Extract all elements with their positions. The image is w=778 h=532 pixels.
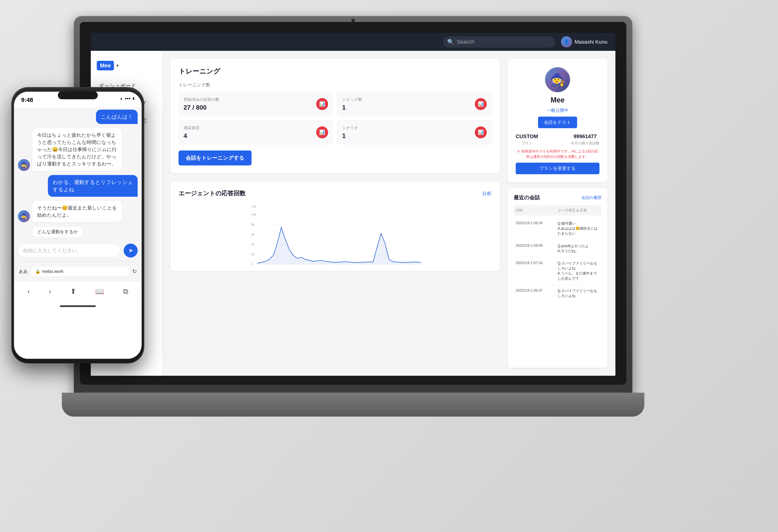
reload-icon[interactable]: ↻ xyxy=(132,268,137,275)
browser-lang: ああ xyxy=(19,268,28,274)
chart-header: エージェントの応答回数 分析 xyxy=(178,189,492,197)
training-title: トレーニング xyxy=(178,67,492,76)
app-header: 🔍 Search 👤 Masashi Kunu xyxy=(91,33,615,51)
phone-chat: こんばんは！ 🧙 今日はちょっと疲れたから早く寝ようと思ってたらこんな時間になっ… xyxy=(14,108,142,239)
stat-icon-2: 📊 xyxy=(316,126,328,138)
phone-screen: 9:48 ▲ ●●● ▮ こんばんは！ 🧙 今日はちょっと疲れたから早く寝ようと… xyxy=(14,92,142,359)
nav-bookmarks-icon[interactable]: 📖 xyxy=(95,287,104,295)
recent-qa-0: Q.猫可愛い A.あははは😊猫好きにはたまらない xyxy=(558,221,600,236)
change-plan-button[interactable]: プランを変更する xyxy=(516,163,600,174)
stat-name-0: 登録済みの回答の数 xyxy=(183,97,219,102)
recent-qa-1: Q.pixel6よかったよ A.そうだね。 xyxy=(558,244,600,254)
chat-avatar-2: 🧙 xyxy=(18,210,30,222)
warning-text: ※ 高精度AIモデルを利用中です。AIによる1回の応答は通常の5回分の回数を消費… xyxy=(516,149,600,160)
stats-label: トレーニング数 xyxy=(178,82,492,88)
chart-link[interactable]: 分析 xyxy=(482,190,492,197)
recent-history-link[interactable]: 会話の履歴 xyxy=(581,195,602,200)
phone-home-indicator xyxy=(14,301,142,311)
search-icon: 🔍 xyxy=(447,39,454,45)
phone-send-button[interactable]: ➤ xyxy=(124,244,138,258)
recent-date-2: 2023/1/9 1:07:34 xyxy=(516,261,556,281)
sidebar-brand: Mee ▾ xyxy=(91,57,162,76)
user-badge: 👤 Masashi Kunu xyxy=(561,36,608,48)
stat-info-3: シナリオ 1 xyxy=(342,125,358,140)
plan-value: CUSTOM xyxy=(516,134,538,140)
chart-svg: 0 20 40 60 80 100 120 xyxy=(178,203,492,267)
quick-reply[interactable]: どんな運動をするか xyxy=(32,226,83,238)
search-bar[interactable]: 🔍 Search xyxy=(443,36,555,48)
browser-url-bar[interactable]: 🔒 mebo.work xyxy=(31,267,129,276)
nav-tabs-icon[interactable]: ⧉ xyxy=(123,287,128,295)
recent-row-1[interactable]: 2023/1/9 1:09:09 Q.pixel6よかったよ A.そうだね。 xyxy=(514,240,602,257)
agent-avatar: 🧙 xyxy=(545,67,570,93)
brand-arrow-icon: ▾ xyxy=(116,63,119,68)
chart-area: 0 20 40 60 80 100 120 xyxy=(178,203,492,263)
stat-info-1: トピック数 1 xyxy=(342,97,362,111)
svg-text:120: 120 xyxy=(251,205,256,208)
recent-row-0[interactable]: 2023/1/9 1:09:34 Q.猫可愛い A.あははは😊猫好きにはたまらな… xyxy=(514,217,602,240)
stat-info-0: 登録済みの回答の数 27 / 800 xyxy=(183,97,219,111)
plan-row: CUSTOM プラン 99961477 今月の残り会話数 xyxy=(516,134,600,146)
svg-text:20: 20 xyxy=(251,253,254,256)
stat-item-1: トピック数 1 📊 xyxy=(337,92,492,116)
home-indicator-bar xyxy=(60,305,96,307)
agent-status: 一般公開中 xyxy=(547,107,568,113)
lock-icon: 🔒 xyxy=(35,269,41,274)
test-chat-button[interactable]: 会話をテスト xyxy=(538,117,577,128)
phone-nav-bar: ‹ › ⬆ 📖 ⧉ xyxy=(14,281,142,301)
svg-text:40: 40 xyxy=(251,243,254,246)
stat-icon-0: 📊 xyxy=(316,98,328,110)
phone-input-area: 自由に入力してください。 ➤ xyxy=(14,239,142,261)
app-container: 🔍 Search 👤 Masashi Kunu xyxy=(91,33,615,376)
recent-date-0: 2023/1/9 1:09:34 xyxy=(516,221,556,236)
scene: 🔍 Search 👤 Masashi Kunu xyxy=(0,0,778,532)
stat-icon-3: 📊 xyxy=(475,126,487,138)
remaining-value: 99961477 xyxy=(573,134,597,140)
nav-forward-icon[interactable]: › xyxy=(49,287,51,295)
laptop-screen-bezel: 🔍 Search 👤 Masashi Kunu xyxy=(80,22,626,385)
stat-item-2: 雑談表現 4 📊 xyxy=(178,120,333,145)
plan-col-left: CUSTOM プラン xyxy=(516,134,538,146)
chat-bubble-right-2: わかる、運動するとリフレッシュするよね xyxy=(48,175,138,197)
svg-text:100: 100 xyxy=(251,213,256,216)
nav-share-icon[interactable]: ⬆ xyxy=(70,287,76,295)
laptop-screen: 🔍 Search 👤 Masashi Kunu xyxy=(91,33,615,376)
signal-icon: ●●● xyxy=(125,97,131,100)
svg-text:0: 0 xyxy=(251,263,253,266)
stats-grid: 登録済みの回答の数 27 / 800 📊 トピック数 xyxy=(178,92,492,145)
wifi-icon: ▲ xyxy=(120,97,123,100)
nav-back-icon[interactable]: ‹ xyxy=(27,287,30,295)
phone-outer: 9:48 ▲ ●●● ▮ こんばんは！ 🧙 今日はちょっと疲れたから早く寝ようと… xyxy=(12,88,144,363)
phone-time: 9:48 xyxy=(21,96,33,103)
stat-name-2: 雑談表現 xyxy=(183,125,200,130)
plan-label: プラン xyxy=(522,141,532,146)
laptop-outer: 🔍 Search 👤 Masashi Kunu xyxy=(74,16,632,395)
laptop-base xyxy=(62,393,644,417)
phone-input-field[interactable]: 自由に入力してください。 xyxy=(18,244,121,258)
svg-text:60: 60 xyxy=(251,233,254,236)
chat-bubble-left-3: 🧙 そうだね〜😊最近また新しいことを始めたんだよ。 xyxy=(18,201,138,222)
bubble-text-1: 今日はちょっと疲れたから早く寝ようと思ってたらこんな時間になっちゃった😄今日は仕… xyxy=(32,128,122,171)
main-content: トレーニング トレーニング数 登録済みの回答の数 27 / 800 xyxy=(163,51,615,376)
agent-card: 🧙 Mee 一般公開中 会話をテスト CUSTOM プラン xyxy=(508,59,608,182)
stat-name-1: トピック数 xyxy=(342,97,362,102)
stat-value-3: 1 xyxy=(342,132,358,140)
avatar: 👤 xyxy=(561,36,572,48)
recent-card: 最近の会話 会話の履歴 日時 ユーザ発言 & 応答 20 xyxy=(508,188,608,368)
phone: 9:48 ▲ ●●● ▮ こんばんは！ 🧙 今日はちょっと疲れたから早く寝ようと… xyxy=(12,88,144,363)
recent-table-header: 日時 ユーザ発言 & 応答 xyxy=(514,205,602,215)
search-placeholder: Search xyxy=(457,39,474,45)
battery-icon: ▮ xyxy=(133,96,135,100)
chart-card: エージェントの応答回数 分析 0 20 xyxy=(170,181,500,271)
content-left: トレーニング トレーニング数 登録済みの回答の数 27 / 800 xyxy=(170,59,500,368)
brand-badge[interactable]: Mee xyxy=(97,61,114,70)
stat-info-2: 雑談表現 4 xyxy=(183,125,200,140)
recent-row-2[interactable]: 2023/1/9 1:07:34 Q.スパイファミリーおもしろいよね A.うーん… xyxy=(514,257,602,285)
train-button[interactable]: 会話をトレーニングする xyxy=(178,151,251,165)
stat-item-3: シナリオ 1 📊 xyxy=(337,120,492,145)
recent-qa-3: Q.スパイファミリーおもしろいよね xyxy=(558,288,600,298)
input-placeholder: 自由に入力してください。 xyxy=(23,247,82,254)
phone-notch xyxy=(58,91,98,99)
recent-row-3[interactable]: 2023/1/9 1:06:47 Q.スパイファミリーおもしろいよね xyxy=(514,285,602,302)
user-name: Masashi Kunu xyxy=(574,39,608,45)
